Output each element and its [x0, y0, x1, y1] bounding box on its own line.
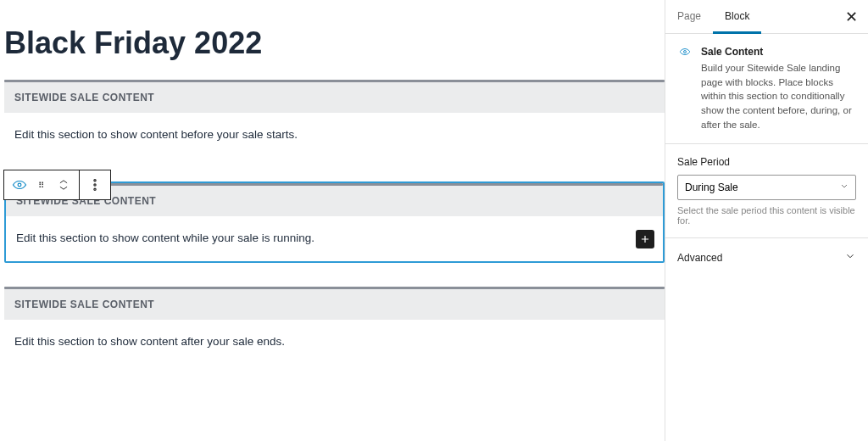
move-down-button[interactable]	[56, 185, 71, 192]
block-body-text: Edit this section to show content while …	[16, 232, 314, 244]
close-icon: ✕	[845, 8, 858, 25]
block-body[interactable]: Edit this section to show content while …	[6, 216, 663, 261]
move-up-button[interactable]	[56, 178, 71, 185]
block-body[interactable]: Edit this section to show content before…	[4, 113, 665, 158]
sale-period-label: Sale Period	[677, 156, 856, 168]
block-heading: SITEWIDE SALE CONTENT	[4, 82, 665, 113]
svg-point-2	[94, 184, 96, 186]
editor-canvas: Black Friday 2022 SITEWIDE SALE CONTENT …	[0, 0, 665, 441]
tab-block[interactable]: Block	[713, 1, 761, 34]
chevron-down-icon	[844, 250, 856, 265]
drag-handle-icon[interactable]: ⠿	[34, 183, 49, 187]
svg-point-3	[94, 188, 96, 190]
block-type-panel: Sale Content Build your Sitewide Sale la…	[665, 34, 868, 144]
sale-period-hint: Select the sale period this content is v…	[677, 205, 856, 226]
svg-point-4	[684, 51, 687, 53]
advanced-toggle[interactable]: Advanced	[665, 238, 868, 276]
advanced-label: Advanced	[677, 252, 722, 264]
tab-page[interactable]: Page	[665, 1, 713, 34]
close-sidebar-button[interactable]: ✕	[835, 9, 868, 25]
sale-content-icon[interactable]	[12, 177, 27, 193]
sidebar-tabs: Page Block ✕	[665, 0, 868, 34]
sale-period-select[interactable]: During Sale	[677, 175, 856, 200]
block-body[interactable]: Edit this section to show content after …	[4, 320, 665, 365]
block-heading: SITEWIDE SALE CONTENT	[4, 289, 665, 320]
sale-period-panel: Sale Period During Sale Select the sale …	[665, 144, 868, 238]
sale-content-block-after[interactable]: SITEWIDE SALE CONTENT Edit this section …	[4, 287, 665, 365]
eye-icon	[677, 46, 693, 131]
settings-sidebar: Page Block ✕ Sale Content Build your Sit…	[665, 0, 868, 441]
add-block-button[interactable]	[636, 230, 654, 248]
block-toolbar: ⠿	[3, 170, 111, 200]
page-title[interactable]: Black Friday 2022	[4, 25, 665, 61]
svg-point-1	[94, 180, 96, 181]
block-type-desc: Build your Sitewide Sale landing page wi…	[701, 61, 856, 131]
sale-content-block-before[interactable]: SITEWIDE SALE CONTENT Edit this section …	[4, 80, 665, 158]
svg-point-0	[18, 183, 21, 187]
block-type-title: Sale Content	[701, 46, 856, 58]
block-options-button[interactable]	[87, 177, 103, 193]
